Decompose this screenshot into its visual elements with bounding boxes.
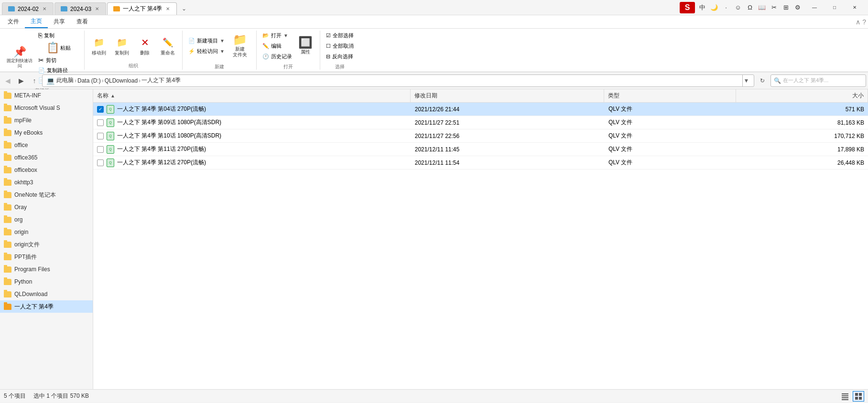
select-all-button[interactable]: ☑ 全部选择	[324, 31, 356, 40]
move-to-button[interactable]: 📁	[88, 35, 109, 50]
input-icon-grid[interactable]: ⊞	[781, 2, 791, 13]
open-button[interactable]: 📂 打开 ▼	[260, 31, 294, 40]
input-icon-settings[interactable]: ⚙	[792, 2, 803, 13]
deselect-all-button[interactable]: ☐ 全部取消	[324, 41, 356, 51]
copy-folder-icon: 📁	[117, 37, 127, 48]
copy-to-label: 复制到	[115, 50, 129, 56]
up-button[interactable]: ↑	[29, 75, 40, 86]
folder-icon	[4, 254, 11, 260]
col-header-date[interactable]: 修改日期	[411, 89, 604, 102]
sidebar-item-oray[interactable]: Oray	[0, 201, 93, 213]
refresh-button[interactable]: ↻	[756, 74, 769, 87]
tab-dropdown[interactable]: ⌄	[178, 2, 190, 15]
tab-close-2024-02[interactable]: ✕	[42, 5, 47, 12]
sidebar-item-myebooks[interactable]: My eBooks	[0, 127, 93, 139]
history-button[interactable]: 🕐 历史记录	[260, 52, 294, 61]
breadcrumb-qldownload[interactable]: QLDownload	[105, 77, 138, 84]
breadcrumb-current[interactable]: 一人之下 第4季	[141, 76, 181, 85]
deselect-all-icon: ☐	[326, 43, 331, 49]
qlv-file-icon-0: Q	[107, 105, 114, 114]
sidebar-item-onenote[interactable]: OneNote 笔记本	[0, 189, 93, 201]
view-tiles-btn[interactable]	[853, 391, 864, 402]
ribbon-help-btn[interactable]: ?	[862, 18, 866, 26]
sidebar-item-office365[interactable]: office365	[0, 151, 93, 164]
forward-button[interactable]: ▶	[15, 75, 27, 86]
new-folder-button[interactable]: 📁 新建文件夹	[228, 31, 252, 61]
delete-button[interactable]: ✕	[134, 35, 155, 50]
sidebar-item-org[interactable]: org	[0, 213, 93, 226]
paste-button[interactable]: 📋 粘贴	[36, 41, 80, 55]
search-bar[interactable]: 🔍 在一人之下 第4季...	[770, 74, 866, 87]
ribbon-tab-home[interactable]: 主页	[25, 15, 48, 28]
pin-button[interactable]: 📌 固定到快速访问	[4, 42, 35, 73]
sidebar-item-origin[interactable]: origin	[0, 226, 93, 238]
tab-close-2024-03[interactable]: ✕	[94, 5, 100, 12]
tiles-view-icon	[855, 392, 862, 400]
ribbon-tab-share[interactable]: 共享	[48, 15, 71, 28]
back-button[interactable]: ◀	[2, 75, 13, 86]
file-row-0[interactable]: ✓ Q 一人之下 第4季 第04话 270P(流畅) 2021/12/26 21…	[93, 103, 868, 116]
invert-selection-button[interactable]: ⊟ 反向选择	[324, 52, 356, 61]
breadcrumb-pc[interactable]: 此电脑	[56, 76, 74, 85]
sidebar-item-officebox[interactable]: officebox	[0, 164, 93, 176]
copy-to-button[interactable]: 📁	[111, 35, 132, 50]
tab-2024-03[interactable]: 2024-03 ✕	[54, 2, 106, 15]
easy-access-button[interactable]: ⚡ 轻松访问 ▼	[186, 46, 227, 56]
col-header-name[interactable]: 名称 ▲	[93, 89, 411, 102]
sidebar-item-ppt[interactable]: PPT插件	[0, 251, 93, 263]
sidebar-item-origin-files[interactable]: origin文件	[0, 238, 93, 251]
tab-2024-02[interactable]: 2024-02 ✕	[2, 2, 54, 15]
tab-label: 2024-02	[18, 6, 39, 12]
sidebar-item-mpfile[interactable]: mpFile	[0, 114, 93, 127]
sidebar-item-meta-inf[interactable]: META-INF	[0, 89, 93, 102]
address-bar[interactable]: 💻 此电脑 › Data (D:) › QLDownload › 一人之下 第4…	[42, 74, 754, 87]
input-icon-moon[interactable]: 🌙	[709, 2, 719, 13]
view-details-btn[interactable]	[839, 391, 851, 402]
sidebar-item-python[interactable]: Python	[0, 276, 93, 288]
file-check-1[interactable]	[97, 119, 104, 126]
col-header-size[interactable]: 大小	[736, 89, 868, 102]
file-list-header: 名称 ▲ 修改日期 类型 大小	[93, 89, 868, 103]
file-check-4[interactable]	[97, 159, 104, 166]
file-row-4[interactable]: Q 一人之下 第4季 第12话 270P(流畅) 2021/12/11 11:5…	[93, 156, 868, 170]
file-row-3[interactable]: Q 一人之下 第4季 第11话 270P(流畅) 2021/12/11 11:4…	[93, 143, 868, 156]
organize-label: 组织	[129, 62, 138, 70]
sidebar-item-okhttp3[interactable]: okhttp3	[0, 176, 93, 189]
input-icon-dict[interactable]: 📖	[757, 2, 767, 13]
sidebar-item-program-files[interactable]: Program Files	[0, 263, 93, 276]
address-dropdown-btn[interactable]: ▼	[742, 74, 750, 87]
maximize-button[interactable]: □	[825, 0, 844, 15]
sidebar-item-yirenzhixia[interactable]: 一人之下 第4季	[0, 300, 93, 313]
col-header-type[interactable]: 类型	[604, 89, 736, 102]
close-button[interactable]: ✕	[845, 0, 864, 15]
input-icon-zh[interactable]: 中	[697, 2, 707, 13]
edit-button[interactable]: ✏️ 编辑	[260, 41, 294, 51]
cut-button[interactable]: ✂ 剪切	[36, 55, 80, 65]
ribbon-tab-file[interactable]: 文件	[2, 15, 25, 28]
input-icon-omega[interactable]: Ω	[745, 2, 755, 13]
tab-close-yirenzhixia[interactable]: ✕	[165, 5, 171, 12]
copy-path-button[interactable]: 📄 复制路径	[36, 65, 80, 75]
file-row-2[interactable]: Q 一人之下 第4季 第10话 1080P(高清SDR) 2021/11/27 …	[93, 129, 868, 143]
properties-button[interactable]: 🔲 属性	[295, 31, 316, 61]
input-icon-scissors[interactable]: ✂	[769, 2, 779, 13]
input-icon-dot[interactable]: ·	[721, 2, 731, 13]
sidebar-item-ms-visual[interactable]: Microsoft Visual S	[0, 102, 93, 114]
file-check-3[interactable]	[97, 146, 104, 153]
status-bar: 5 个项目 选中 1 个项目 570 KB	[0, 389, 868, 403]
copy-button[interactable]: ⎘ 复制	[36, 31, 80, 40]
ribbon-tab-view[interactable]: 查看	[71, 15, 94, 28]
file-row-1[interactable]: Q 一人之下 第4季 第09话 1080P(高清SDR) 2021/11/27 …	[93, 116, 868, 129]
pin-label: 固定到快速访问	[7, 58, 33, 69]
sidebar-item-qldownload[interactable]: QLDownload	[0, 288, 93, 300]
sidebar-item-office[interactable]: office	[0, 139, 93, 151]
ribbon-collapse-btn[interactable]: ∧	[856, 18, 860, 26]
input-icon-smile[interactable]: ☺	[733, 2, 743, 13]
breadcrumb-d[interactable]: Data (D:)	[77, 77, 101, 84]
tab-yirenzhixia[interactable]: 一人之下 第4季 ✕	[107, 2, 177, 15]
rename-button[interactable]: ✏️	[157, 35, 178, 50]
new-item-button[interactable]: 📄 新建项目 ▼	[186, 36, 227, 45]
file-check-2[interactable]	[97, 133, 104, 139]
minimize-button[interactable]: —	[805, 0, 824, 15]
file-check-0[interactable]: ✓	[97, 106, 104, 113]
